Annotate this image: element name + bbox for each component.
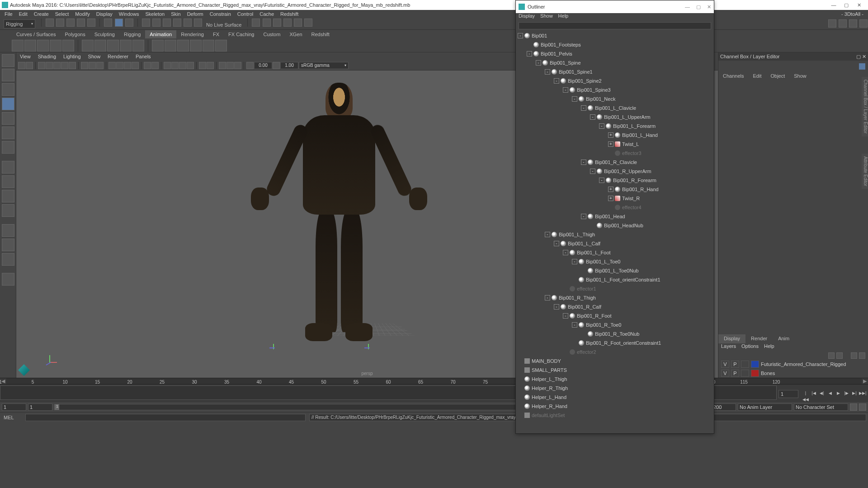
shelf-tab-custom[interactable]: Custom [259,30,285,38]
vp-icon[interactable] [219,62,226,69]
close-panel-icon[interactable]: ✕ [862,54,866,59]
autokey-icon[interactable] [850,404,857,411]
outliner-item[interactable]: MAIN_BODY [518,357,712,366]
minimize-button[interactable]: — [830,2,837,8]
outliner-item[interactable]: -Bip001_R_Toe0 [518,320,712,329]
layer-icon[interactable] [859,352,865,359]
rotate-tool-icon[interactable] [2,112,14,125]
menu-create[interactable]: Create [31,10,52,18]
outliner-close-button[interactable]: ✕ [707,4,711,10]
outliner-item[interactable]: +Twist_L [518,140,712,149]
range-max-field[interactable]: 200 [712,404,736,411]
layout-e-icon[interactable] [2,253,14,266]
move-tool-icon[interactable] [2,98,14,110]
outliner-item[interactable]: -Bip001_R_Foot [518,311,712,320]
shelf-icon[interactable] [120,40,132,52]
layer-visibility[interactable]: V [721,361,729,368]
outliner-item[interactable]: -Bip001_R_Forearm [518,176,712,185]
menu-windows[interactable]: Windows [116,10,142,18]
outliner-item[interactable]: -Bip001_R_UpperArm [518,167,712,176]
tool-settings-icon[interactable] [2,273,14,286]
shelf-icon[interactable] [165,40,176,52]
outliner-item[interactable]: -Bip001_Pelvis [518,49,712,58]
shelf-tab-polygons[interactable]: Polygons [60,30,90,38]
vp-icon[interactable] [207,62,214,69]
outliner-item[interactable]: -Bip001_L_Foot [518,248,712,257]
range-start-field[interactable]: 1 [2,404,26,411]
layout-a-icon[interactable] [2,190,14,202]
vp-menu-show[interactable]: Show [88,54,101,59]
outliner-item[interactable]: Helper_L_Hand [518,393,712,402]
vp-icon[interactable] [164,62,171,69]
vp-icon[interactable] [61,62,68,69]
expand-toggle[interactable]: - [536,60,541,66]
outliner-item[interactable]: SMALL_PARTS [518,366,712,375]
expand-toggle[interactable]: + [608,141,613,147]
render-seq-icon[interactable] [304,19,312,27]
shelf-tab-fxcaching[interactable]: FX Caching [224,30,259,38]
layer-row[interactable]: VPBones [718,369,868,378]
expand-toggle[interactable]: - [590,114,595,120]
vp-icon[interactable] [108,62,116,69]
menu-skeleton[interactable]: Skeleton [142,10,167,18]
vp-icon[interactable] [234,62,241,69]
new-scene-icon[interactable] [46,19,54,27]
outliner-item[interactable]: Bip001_Footsteps [518,40,712,49]
panel-layout-2-icon[interactable] [839,19,847,28]
vp-menu-lighting[interactable]: Lighting [63,54,81,59]
menu-file[interactable]: File [2,10,15,18]
vp-icon[interactable] [199,62,206,69]
vertical-tab-channelbox[interactable]: Channel Box / Layer Editor [862,77,868,136]
shelf-icon[interactable] [190,40,202,52]
make-live-icon[interactable] [194,19,202,27]
layer-row[interactable]: VPFuturistic_Armored_Character_Rigged [718,360,868,369]
outliner-item[interactable]: Helper_R_Thigh [518,384,712,393]
go-end-icon[interactable]: ▶▶| [859,390,866,397]
redo-icon[interactable] [87,19,95,27]
expand-toggle[interactable]: - [599,123,604,129]
expand-toggle[interactable]: - [545,295,550,300]
cb-tab-object[interactable]: Object [766,72,789,80]
outliner-item[interactable]: effector1 [518,284,712,293]
outliner-item[interactable]: effector2 [518,347,712,357]
expand-toggle[interactable]: - [581,214,586,219]
character-set-dropdown[interactable]: No Character Set [794,404,848,411]
shelf-icon[interactable] [50,40,61,52]
outliner-title-bar[interactable]: Outliner — ▢ ✕ [516,0,714,13]
expand-toggle[interactable]: - [572,259,577,264]
outliner-item[interactable]: Bip001_R_Toe0Nub [518,329,712,338]
shelf-icon[interactable] [107,40,119,52]
menu-redshift[interactable]: Redshift [278,10,301,18]
maximize-button[interactable]: ▢ [843,2,850,8]
dock-icon[interactable]: ▢ [856,54,861,59]
shelf-icon[interactable] [132,40,144,52]
save-scene-icon[interactable] [66,19,75,27]
vp-icon[interactable] [26,62,33,69]
vp-icon[interactable] [89,62,96,69]
vp-icon[interactable] [171,62,179,69]
shelf-icon[interactable] [215,40,227,52]
step-fwd-key-icon[interactable]: ▶| [851,390,858,397]
outliner-item[interactable]: -Bip001_R_Clavicle [518,158,712,167]
ipr-icon[interactable] [263,19,271,27]
outliner-item[interactable]: -Bip001_Spine3 [518,85,712,94]
go-start-icon[interactable]: |◀◀ [802,390,809,397]
vp-icon[interactable] [151,62,159,69]
layout-four-icon[interactable] [2,175,14,188]
outliner-item[interactable]: -Bip001_Spine2 [518,76,712,85]
outliner-item[interactable]: -Bip001_L_Clavicle [518,103,712,113]
expand-toggle[interactable]: - [545,232,550,237]
render-settings-icon[interactable] [273,19,281,27]
outliner-item[interactable]: +Twist_R [518,194,712,203]
layer-playback[interactable]: P [731,370,739,377]
cb-tab-edit[interactable]: Edit [748,72,766,80]
outliner-item[interactable]: -Bip001 [518,31,712,40]
layout-c-icon[interactable] [2,224,14,237]
last-tool-icon[interactable] [2,141,14,154]
shelf-icon[interactable] [62,40,74,52]
menu-control[interactable]: Control [235,10,256,18]
select-mode-icon[interactable] [104,19,112,27]
vertical-tab-attribute[interactable]: Attribute Editor [862,154,868,189]
undo-icon[interactable] [77,19,85,27]
shelf-icon[interactable] [94,40,106,52]
